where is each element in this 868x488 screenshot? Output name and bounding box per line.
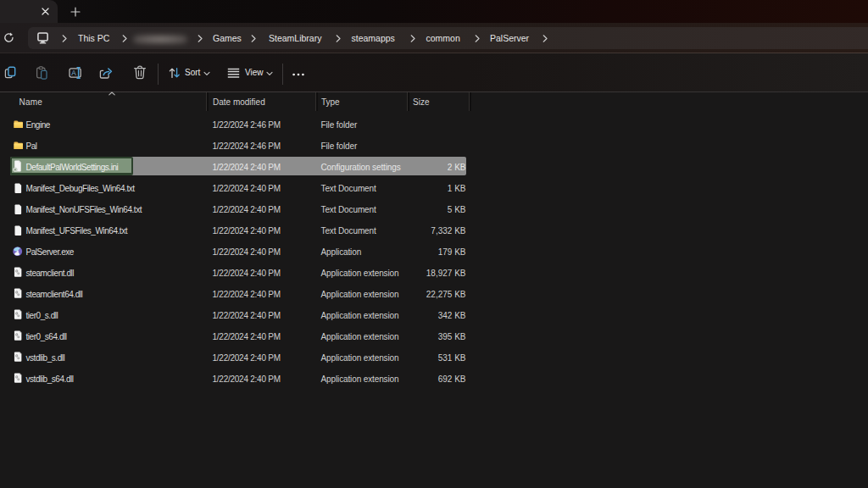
svg-text:A: A: [71, 69, 76, 77]
